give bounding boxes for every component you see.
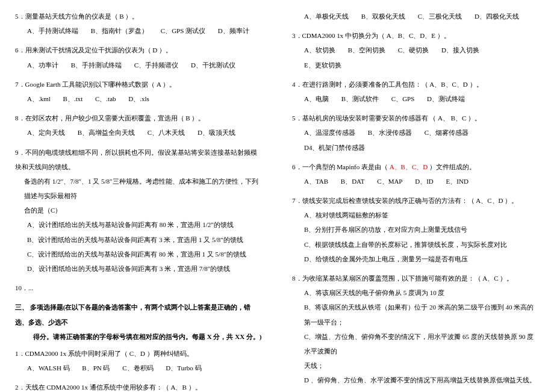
mq2-opt-b: B、双极化天线 (361, 9, 405, 23)
mq1-opt-d: D、Turbo 码 (166, 361, 201, 375)
question-8: 8．在郊区农村，用户较少但又需要大面积覆盖，宜选用（ B ）。 A、定向天线 B… (15, 111, 262, 140)
q8-opt-d: D、吸顶天线 (198, 125, 235, 140)
mq6-suffix: ）文件组成的。 (428, 163, 476, 170)
q8-text: 8．在郊区农村，用户较少但又需要大面积覆盖，宜选用（ B ）。 (15, 111, 262, 125)
right-column: A、单极化天线 B、双极化天线 C、三极化天线 D、四极化天线 3．CDMA20… (277, 0, 554, 392)
mq2-options: A、单极化天线 B、双极化天线 C、三极化天线 D、四极化天线 (292, 9, 539, 23)
q7-opt-d: D、.xls (128, 92, 149, 106)
question-10: 10．... (15, 281, 262, 295)
mq1-text: 1．CDMA2000 1x 系统中同时采用了（ C、D ）两种纠错码。 (15, 346, 262, 361)
mq3-text: 3．CDMA2000 1x 中切换分为（ A、B、C、D、E ）。 (292, 28, 539, 43)
q9-opt-c: C、设计图纸给出的天线与基站设备间距离有 80 米，宜选用 1 又 5/8″的馈… (15, 247, 262, 261)
mq8-opt-a: A、将该扇区天线的电子俯仰角从 5 度调为 10 度 (292, 285, 539, 300)
mq4-text: 4．在进行路测时，必须要准备的工具包括：（ A、B、C、D ）。 (292, 77, 539, 92)
mq8-opt-b: B、将该扇区的天线从铁塔（如果有）位于 20 米高的第二级平台搬到 40 米高的… (292, 300, 539, 329)
mq6-opt-b: B、DAT (341, 174, 365, 188)
question-9: 9．不同的电缆馈线粗细不同，所以损耗也不同。假设某基站将安装连接基站射频模块和天… (15, 145, 262, 276)
mq4-opt-a: A、电脑 (304, 92, 329, 106)
q6-opt-c: C、手持频谱仪 (134, 58, 178, 72)
multi-question-5: 5．基站机房的现场安装时需要安装的传感器有 （ A、 B、C ）。 A、温湿度传… (292, 111, 539, 155)
mq1-options: A、WALSH 码 B、PN 码 C、卷积码 D、Turbo 码 (15, 361, 262, 375)
mq3-options: A、软切换 B、空闲切换 C、硬切换 D、接入切换 E、更软切换 (292, 43, 539, 72)
mq2-options-block: A、单极化天线 B、双极化天线 C、三极化天线 D、四极化天线 (292, 9, 539, 23)
mq6-text: 6．一个典型的 Mapinfo 表是由（ A、B、C、D ）文件组成的。 (292, 160, 539, 174)
section-3-title: 三、 多项选择题(在以下各题的备选答案中，有两个或两个以上答案是正确的，错选、多… (15, 300, 262, 344)
mq3-opt-c: C、硬切换 (398, 43, 429, 57)
multi-question-8: 8．为收缩某基站某扇区的覆盖范围，以下措施可能有效的是：（ A、C ）。 A、将… (292, 271, 539, 388)
q5-opt-a: A、手持测试终端 (27, 23, 78, 38)
q7-opt-b: B、.txt (63, 92, 83, 106)
mq6-prefix: 6．一个典型的 Mapinfo 表是由（ (292, 163, 390, 170)
mq4-options: A、电脑 B、测试软件 C、GPS D、测试终端 (292, 92, 539, 106)
mq2-text: 2．天线在 CDMA2000 1x 通信系统中使用较多有：（ A、B ）。 (15, 380, 262, 392)
question-5: 5．测量基站天线方位角的仪表是（ B ）。 A、手持测试终端 B、指南针（罗盘）… (15, 9, 262, 38)
mq4-opt-b: B、测试软件 (341, 92, 379, 106)
mq7-opt-c: C、根据馈线线盘上自带的长度标记，推算馈线长度，与实际长度对比 (292, 237, 539, 252)
mq2-opt-c: C、三极化天线 (418, 9, 462, 23)
q6-opt-b: B、手持测试终端 (71, 58, 122, 72)
mq8-opt-c2: 天线； (292, 358, 539, 373)
mq5-opt-d: D4、机架门禁传感器 (304, 140, 365, 155)
question-6: 6．用来测试干扰情况及定位干扰源的仪表为（ D ）。 A、功率计 B、手持测试终… (15, 43, 262, 72)
mq8-opt-c: C、增益、方位角、俯仰角不变的情况下，用水平波瓣 65 度的天线替换原 90 度… (292, 329, 539, 358)
mq1-opt-b: B、PN 码 (82, 361, 110, 375)
q9-opt-b: B、设计图纸给出的天线与基站设备间距离有 3 米，宜选用 1 又 5/8″的馈线 (15, 232, 262, 247)
mq3-opt-a: A、软切换 (304, 43, 335, 57)
mq8-opt-d: D 、俯仰角、方位角、水平波瓣不变的情况下用高增益天线替换原低增益天线。 (292, 373, 539, 387)
multi-question-6: 6．一个典型的 Mapinfo 表是由（ A、B、C、D ）文件组成的。 A、T… (292, 160, 539, 188)
mq1-opt-a: A、WALSH 码 (27, 361, 70, 375)
q6-opt-d: D、干扰测试仪 (191, 58, 235, 72)
q6-text: 6．用来测试干扰情况及定位干扰源的仪表为（ D ）。 (15, 43, 262, 57)
mq6-opt-c: C、MAP (377, 174, 402, 188)
q5-text: 5．测量基站天线方位角的仪表是（ B ）。 (15, 9, 262, 23)
q9-line3: 合的是（C） (15, 203, 262, 217)
q5-options: A、手持测试终端 B、指南针（罗盘） C、GPS 测试仪 D、频率计 (15, 23, 262, 38)
q9-line1: 9．不同的电缆馈线粗细不同，所以损耗也不同。假设某基站将安装连接基站射频模块和天… (15, 145, 262, 174)
q8-opt-b: B、高增益全向天线 (78, 125, 135, 140)
q10-text: 10．... (15, 281, 262, 295)
mq5-opt-a: A、温湿度传感器 (304, 125, 355, 140)
q6-options: A、功率计 B、手持测试终端 C、手持频谱仪 D、干扰测试仪 (15, 58, 262, 72)
q9-opt-a: A、设计图纸给出的天线与基站设备间距离有 80 米，宜选用 1/2″的馈线 (15, 217, 262, 232)
mq7-opt-a: A、核对馈线两端贴敷的标签 (292, 208, 539, 222)
q8-opt-c: C、八木天线 (148, 125, 185, 140)
question-7: 7．Google Earth 工具能识别以下哪种格式数据（ A ）。 A、.km… (15, 77, 262, 106)
mq7-opt-d: D、给馈线的金属外壳加上电压，测量另一端是否有电压 (292, 252, 539, 266)
mq2-opt-d: D、四极化天线 (475, 9, 519, 23)
mq6-options: A、TAB B、DAT C、MAP D、ID E、IND (292, 174, 539, 188)
multi-question-3: 3．CDMA2000 1x 中切换分为（ A、B、C、D、E ）。 A、软切换 … (292, 28, 539, 72)
multi-question-7: 7．馈线安装完成后检查馈线安装的线序正确与否的方法有：（ A、C、D ）。 A、… (292, 193, 539, 266)
mq3-opt-b: B、空闲切换 (348, 43, 385, 57)
q9-opt-d: D、设计图纸给出的天线与基站设备间距离有 3 米，宜选用 7/8″的馈线 (15, 261, 262, 276)
mq3-opt-e: E、更软切换 (304, 58, 341, 72)
mq3-opt-d: D、接入切换 (441, 43, 479, 57)
mq5-text: 5．基站机房的现场安装时需要安装的传感器有 （ A、 B、C ）。 (292, 111, 539, 125)
mq6-answer: A、B、C、D (390, 163, 428, 170)
section-3-line2: 得分。请将正确答案的字母标号填在相对应的括号内。每题 X 分，共 XX 分。) (15, 333, 262, 340)
q7-opt-a: A、.kml (27, 92, 51, 106)
q7-opt-c: C、.tab (95, 92, 116, 106)
q5-opt-c: C、GPS 测试仪 (161, 23, 205, 38)
mq4-opt-c: C、GPS (391, 92, 415, 106)
mq6-opt-e: E、IND (446, 174, 468, 188)
mq7-text: 7．馈线安装完成后检查馈线安装的线序正确与否的方法有：（ A、C、D ）。 (292, 193, 539, 208)
multi-question-2: 2．天线在 CDMA2000 1x 通信系统中使用较多有：（ A、B ）。 (15, 380, 262, 392)
multi-question-1: 1．CDMA2000 1x 系统中同时采用了（ C、D ）两种纠错码。 A、WA… (15, 346, 262, 375)
q7-options: A、.kml B、.txt C、.tab D、.xls (15, 92, 262, 106)
multi-question-4: 4．在进行路测时，必须要准备的工具包括：（ A、B、C、D ）。 A、电脑 B、… (292, 77, 539, 106)
mq4-opt-d: D、测试终端 (427, 92, 465, 106)
mq1-opt-c: C、卷积码 (122, 361, 153, 375)
mq5-options: A、温湿度传感器 B、水浸传感器 C、烟雾传感器 D4、机架门禁传感器 (292, 125, 539, 154)
q5-opt-b: B、指南针（罗盘） (91, 23, 148, 38)
q6-opt-a: A、功率计 (27, 58, 58, 72)
mq7-opt-b: B、分别打开各扇区的功放，在对应方向上测量无线信号 (292, 222, 539, 237)
q5-opt-d: D、频率计 (218, 23, 249, 38)
mq2-opt-a: A、单极化天线 (304, 9, 349, 23)
mq6-opt-a: A、TAB (304, 174, 328, 188)
q9-line2: 备选的有 1/2″、7/8″、1 又 5/8″三种规格。考虑性能、成本和施工的方… (15, 174, 262, 203)
q7-text: 7．Google Earth 工具能识别以下哪种格式数据（ A ）。 (15, 77, 262, 92)
mq5-opt-c: C、烟雾传感器 (425, 125, 468, 140)
mq8-text: 8．为收缩某基站某扇区的覆盖范围，以下措施可能有效的是：（ A、C ）。 (292, 271, 539, 285)
q8-opt-a: A、定向天线 (27, 125, 65, 140)
section-3-line1: 三、 多项选择题(在以下各题的备选答案中，有两个或两个以上答案是正确的，错选、多… (15, 303, 251, 325)
